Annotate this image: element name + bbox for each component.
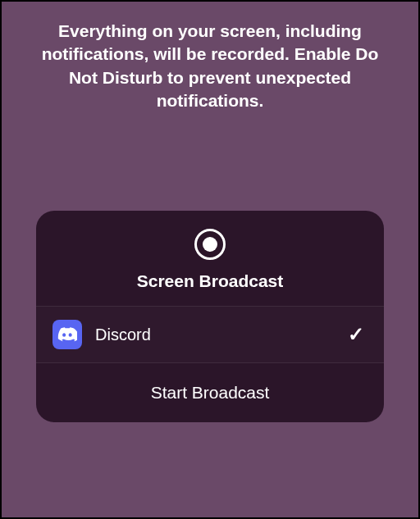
app-selection-row[interactable]: Discord ✓ xyxy=(36,306,384,363)
broadcast-card: Screen Broadcast Discord ✓ Start Broadca… xyxy=(36,211,384,422)
warning-text: Everything on your screen, including not… xyxy=(2,2,418,112)
record-icon xyxy=(194,229,226,260)
card-header: Screen Broadcast xyxy=(36,211,384,306)
discord-icon xyxy=(52,320,82,349)
card-title: Screen Broadcast xyxy=(36,271,384,291)
checkmark-icon: ✓ xyxy=(348,323,364,346)
app-name: Discord xyxy=(95,326,348,344)
start-broadcast-button[interactable]: Start Broadcast xyxy=(36,363,384,422)
